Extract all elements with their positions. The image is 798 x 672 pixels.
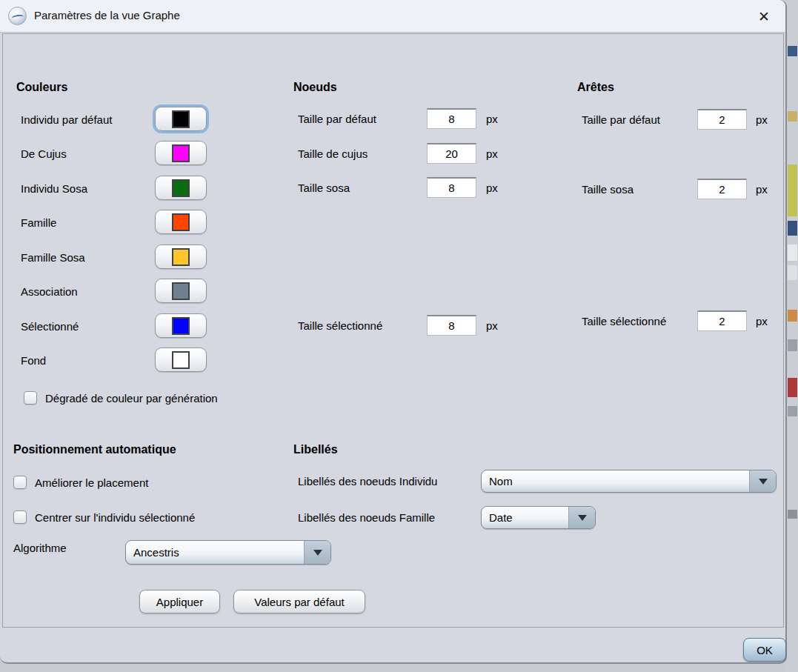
chevron-down-icon: [749, 470, 776, 492]
improve-placement-row: Améliorer le placement: [13, 475, 148, 490]
size-label: Taille sosa: [582, 183, 634, 196]
individual-labels-select[interactable]: Nom: [481, 470, 777, 493]
section-heading-aretes: Arêtes: [577, 81, 614, 94]
background-fragment: [788, 111, 797, 122]
settings-panel: Couleurs Individu par défaut De Cujus In…: [2, 33, 784, 628]
unit-label: px: [756, 183, 768, 196]
color-picker-button-famille[interactable]: [155, 210, 207, 234]
edge-size-default-input[interactable]: [697, 109, 747, 130]
improve-placement-label: Améliorer le placement: [35, 476, 148, 489]
section-heading-couleurs: Couleurs: [16, 81, 67, 94]
background-fragment: [788, 265, 797, 280]
section-heading-libelles: Libellés: [293, 443, 338, 456]
color-picker-button-association[interactable]: [155, 279, 207, 303]
dialog-footer: OK: [0, 628, 785, 662]
apply-button[interactable]: Appliquer: [139, 590, 220, 613]
size-label: Taille sélectionné: [582, 315, 666, 327]
edge-size-sosa-row: Taille sosa px: [3, 179, 783, 199]
edge-size-selected-input[interactable]: [697, 310, 747, 331]
color-label: Fond: [21, 353, 46, 366]
close-icon[interactable]: ✕: [753, 7, 775, 26]
background-fragment: [788, 378, 797, 397]
color-row-association: Association: [3, 279, 783, 303]
center-selected-row: Centrer sur l'individu sélectionné: [13, 510, 195, 525]
background-fragment: [788, 46, 797, 56]
algorithm-selected-value: Ancestris: [126, 546, 304, 559]
unit-label: px: [486, 147, 498, 160]
graph-settings-dialog: Paramètres de la vue Graphe ✕ Couleurs I…: [0, 0, 787, 664]
gradient-checkbox-row: Dégradé de couleur par génération: [24, 390, 218, 405]
color-row-fond: Fond: [3, 347, 783, 372]
background-fragment: [788, 164, 797, 216]
color-label: Famille: [21, 216, 56, 228]
color-row-famille-sosa: Famille Sosa: [3, 244, 783, 269]
chevron-down-icon: [304, 541, 330, 564]
edge-size-selected-row: Taille sélectionné px: [3, 310, 783, 331]
background-fragment: [788, 310, 797, 322]
background-fragment: [788, 510, 797, 519]
color-swatch: [172, 213, 190, 231]
improve-placement-checkbox[interactable]: [13, 476, 27, 489]
window-title: Paramètres de la vue Graphe: [34, 9, 180, 21]
center-selected-checkbox[interactable]: [13, 510, 27, 524]
size-label: Taille par défaut: [582, 113, 660, 126]
size-label: Taille de cujus: [298, 147, 368, 160]
algorithm-label: Algorithme: [13, 542, 67, 554]
individual-labels-value: Nom: [482, 475, 749, 488]
background-fragment: [788, 406, 797, 416]
color-picker-button-fond[interactable]: [155, 347, 207, 372]
title-bar: Paramètres de la vue Graphe ✕: [0, 0, 785, 33]
family-labels-select[interactable]: Date: [481, 506, 596, 529]
node-size-decujus-row: Taille de cujus px: [3, 143, 783, 164]
chevron-down-icon: [568, 507, 595, 528]
color-row-famille: Famille: [3, 210, 783, 234]
family-labels-value: Date: [482, 511, 568, 524]
color-picker-button-famille-sosa[interactable]: [155, 244, 207, 269]
edge-size-sosa-input[interactable]: [697, 179, 747, 199]
gradient-checkbox-label: Dégradé de couleur par génération: [45, 392, 218, 405]
center-selected-label: Centrer sur l'individu sélectionné: [35, 511, 195, 524]
color-swatch: [172, 351, 190, 369]
color-swatch: [172, 282, 190, 300]
edge-size-default-row: Taille par défaut px: [3, 109, 783, 130]
ancestris-logo-icon: [8, 7, 27, 25]
node-size-decujus-input[interactable]: [427, 143, 476, 164]
ok-button[interactable]: OK: [743, 638, 786, 662]
individual-labels-label: Libellés des noeuds Individu: [298, 475, 437, 488]
family-labels-label: Libellés des noeuds Famille: [298, 511, 435, 524]
gradient-checkbox[interactable]: [24, 391, 37, 405]
background-fragment: [788, 221, 797, 236]
color-swatch: [172, 248, 190, 266]
section-heading-noeuds: Noeuds: [293, 81, 337, 94]
unit-label: px: [756, 113, 768, 126]
background-fragment: [788, 244, 797, 261]
background-fragment: [788, 339, 797, 351]
color-label: Famille Sosa: [21, 250, 85, 263]
color-label: Association: [21, 285, 78, 297]
unit-label: px: [756, 315, 768, 327]
defaults-button[interactable]: Valeurs par défaut: [233, 590, 365, 613]
algorithm-select[interactable]: Ancestris: [125, 540, 331, 565]
section-heading-positionnement: Positionnement automatique: [13, 443, 176, 456]
